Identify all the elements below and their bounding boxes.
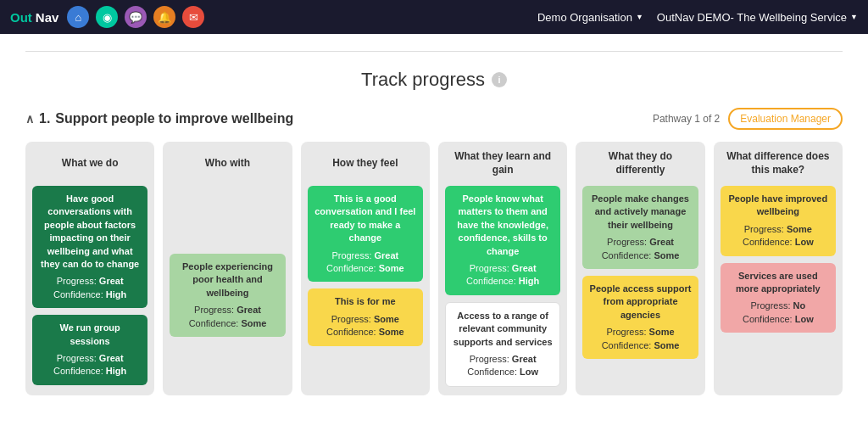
col-header-what-they-learn: What they learn and gain [445, 150, 560, 177]
eval-manager-button[interactable]: Evaluation Manager [728, 108, 843, 130]
item-card: This is for me Progress: Some Confidence… [308, 288, 423, 345]
item-progress: Progress: Great [314, 249, 416, 262]
pathway-info: Pathway 1 of 2 Evaluation Manager [653, 108, 843, 130]
item-text: Have good conversations with people abou… [39, 193, 141, 271]
item-confidence: Confidence: Some [589, 249, 691, 262]
item-text: People have improved wellbeing [727, 193, 829, 219]
pathway-label: Pathway 1 of 2 [653, 113, 720, 125]
page-title: Track progress i [25, 69, 843, 91]
item-confidence: Confidence: High [39, 288, 141, 301]
mail-icon-btn[interactable]: ✉ [182, 6, 204, 28]
item-progress: Progress: Some [589, 326, 691, 339]
item-card: Access to a range of relevant community … [445, 302, 560, 387]
column-what-they-learn: What they learn and gain People know wha… [438, 142, 567, 395]
logo-nav: Nav [36, 10, 59, 25]
item-progress: Progress: No [727, 300, 829, 312]
item-card: People make changes and actively manage … [582, 186, 698, 269]
section-title: 1. Support people to improve wellbeing [25, 111, 293, 126]
item-card: People know what matters to them and hav… [445, 186, 560, 295]
item-progress: Progress: Some [727, 223, 829, 236]
nav-right-section: Demo Organisation OutNav DEMO- The Wellb… [537, 11, 858, 24]
col-header-who-with: Who with [170, 150, 285, 177]
item-text: This is a good conversation and I feel r… [314, 193, 416, 245]
item-progress: Progress: Great [39, 352, 141, 365]
item-confidence: Confidence: High [39, 365, 141, 378]
home-icon-btn[interactable]: ⌂ [67, 6, 89, 28]
item-text: People experiencing poor health and well… [176, 260, 278, 300]
app-logo[interactable]: OutNav [10, 10, 58, 25]
item-confidence: Confidence: Some [314, 326, 416, 339]
item-confidence: Confidence: Some [314, 262, 416, 275]
item-card: This is a good conversation and I feel r… [308, 186, 423, 282]
item-card: Services are used more appropriately Pro… [721, 263, 836, 333]
col-header-what-we-do: What we do [32, 150, 147, 177]
item-confidence: Confidence: Low [727, 313, 829, 326]
item-card: People have improved wellbeing Progress:… [721, 186, 836, 256]
top-navigation: OutNav ⌂ ◉ 💬 🔔 ✉ Demo Organisation OutNa… [0, 0, 868, 34]
item-progress: Progress: Some [314, 313, 416, 326]
item-text: People know what matters to them and hav… [452, 193, 554, 258]
location-icon-btn[interactable]: ◉ [96, 6, 118, 28]
item-card: We run group sessions Progress: Great Co… [32, 315, 147, 385]
item-progress: Progress: Great [176, 304, 278, 316]
service-dropdown[interactable]: OutNav DEMO- The Wellbeing Service [657, 11, 858, 24]
top-divider [25, 51, 843, 52]
item-text: Services are used more appropriately [727, 270, 829, 296]
column-how-they-feel: How they feel This is a good conversatio… [301, 142, 430, 395]
item-card: Have good conversations with people abou… [32, 186, 147, 308]
item-text: People make changes and actively manage … [589, 193, 691, 232]
section-header: 1. Support people to improve wellbeing P… [25, 108, 843, 130]
column-what-we-do: What we do Have good conversations with … [25, 142, 154, 395]
info-icon[interactable]: i [492, 72, 507, 87]
item-text: People access support from appropriate a… [589, 283, 691, 322]
item-progress: Progress: Great [589, 236, 691, 249]
item-progress: Progress: Great [452, 262, 554, 275]
item-confidence: Confidence: Low [453, 366, 553, 378]
alert-icon-btn[interactable]: 🔔 [153, 6, 175, 28]
column-what-they-do: What they do differently People make cha… [576, 142, 704, 395]
org-label: Demo Organisation [537, 11, 632, 24]
item-confidence: Confidence: Some [589, 339, 691, 352]
org-dropdown[interactable]: Demo Organisation [537, 11, 643, 24]
column-who-with: Who with People experiencing poor health… [163, 142, 292, 395]
item-text: This is for me [314, 295, 416, 308]
item-confidence: Confidence: High [452, 275, 554, 288]
item-progress: Progress: Great [39, 275, 141, 288]
item-confidence: Confidence: Some [176, 317, 278, 330]
item-card: People access support from appropriate a… [582, 276, 698, 359]
logo-out: Out [10, 10, 32, 25]
section-name: Support people to improve wellbeing [55, 111, 293, 126]
col-header-what-difference: What difference does this make? [721, 150, 836, 177]
item-confidence: Confidence: Low [727, 236, 829, 249]
col-header-what-they-do: What they do differently [582, 150, 698, 177]
item-card: People experiencing poor health and well… [170, 254, 285, 337]
section-number: 1. [39, 111, 50, 126]
columns-grid: What we do Have good conversations with … [25, 142, 843, 395]
nav-icon-group: ⌂ ◉ 💬 🔔 ✉ [67, 6, 204, 28]
item-text: Access to a range of relevant community … [453, 310, 553, 349]
col-header-how-they-feel: How they feel [308, 150, 423, 177]
column-what-difference: What difference does this make? People h… [714, 142, 843, 395]
service-label: OutNav DEMO- The Wellbeing Service [657, 11, 847, 24]
item-progress: Progress: Great [453, 353, 553, 366]
chat-icon-btn[interactable]: 💬 [125, 6, 147, 28]
item-text: We run group sessions [39, 322, 141, 348]
page-container: Track progress i 1. Support people to im… [0, 34, 868, 448]
